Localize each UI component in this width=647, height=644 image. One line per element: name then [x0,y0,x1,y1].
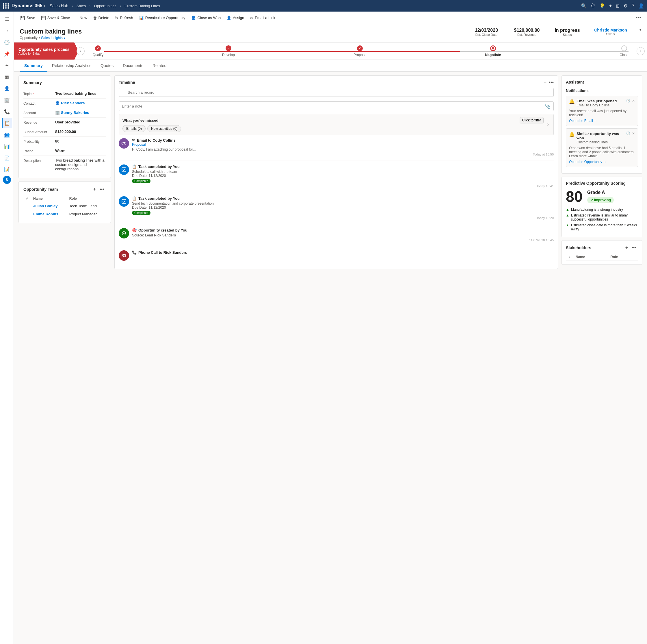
field-revenue: Revenue User provided [23,118,106,127]
team-more-button[interactable]: ••• [98,186,106,193]
record-title: Custom baking lines [20,28,82,35]
sidebar-notes[interactable]: 📝 [2,164,12,175]
sidebar-reports[interactable]: 📊 [2,141,12,151]
sidebar-opportunities[interactable]: 📋 [2,118,12,128]
save-close-button[interactable]: 💾 Save & Close [38,14,73,22]
notif-time-icon-1[interactable]: 🕐 [626,99,630,103]
sidebar-home[interactable]: ⌂ [2,25,12,36]
member-name-1[interactable]: Emma Robins [31,210,67,218]
open-email-link[interactable]: Open the Email → [569,119,635,123]
owner-expand-icon[interactable]: ▾ [640,28,641,37]
nav-module[interactable]: Sales Hub [50,3,68,8]
notif-body-2: Other won deal have had 5 emails, 1 meet… [569,146,635,158]
note-input[interactable] [119,102,542,111]
stage-propose[interactable]: ✓ Propose [354,45,367,57]
sidebar-dashboard[interactable]: ▦ [2,72,12,82]
save-button[interactable]: 💾 Save [17,14,38,22]
timeline-item-task1: 📋 Task completed by You Schedule a call … [119,165,554,192]
tl-title-opp: Opportunity created by You [138,228,188,233]
tab-related[interactable]: Related [148,60,171,72]
stage-next-button[interactable]: › [637,47,645,55]
notif-time-icon-2[interactable]: 🕐 [626,132,630,135]
stage-qualify[interactable]: ✓ Qualify [93,45,103,57]
brand-name[interactable]: Dynamics 365 ▾ [11,3,45,8]
sidebar-docs[interactable]: 📄 [2,152,12,163]
stage-negotiate[interactable]: Negotiate [485,45,501,57]
more-commands-button[interactable]: ••• [633,13,644,22]
notif-bell-icon-2: 🔔 [569,132,575,137]
sidebar-accounts[interactable]: 🏢 [2,95,12,105]
lightbulb-icon[interactable]: 💡 [599,3,605,9]
sidebar-user-avatar[interactable]: S [3,176,11,184]
activities-chip[interactable]: New activities (0) [147,125,181,132]
tab-relationship[interactable]: Relationship Analytics [47,60,96,72]
new-icon: + [76,16,78,20]
email-link-button[interactable]: ✉ Email a Link [247,14,278,22]
stakeholders-add-button[interactable]: + [624,245,630,251]
timeline-more-button[interactable]: ••• [549,80,554,85]
sidebar-recent[interactable]: 🕐 [2,37,12,47]
assign-button[interactable]: 👤 Assign [224,14,247,22]
nav-bc-sales[interactable]: Sales [77,4,86,8]
tab-summary[interactable]: Summary [20,60,47,72]
timeline-search-wrapper: 🔍 [119,88,554,99]
open-opportunity-link[interactable]: Open the Opportunity → [569,160,635,164]
sidebar-phone[interactable]: 📞 [2,106,12,117]
stage-prev-button[interactable]: ‹ [77,47,85,55]
timeline-avatar-task1 [119,165,129,175]
contact-link[interactable]: 👤 Rick Sanders [55,101,106,105]
app-launcher[interactable] [3,3,9,9]
tab-quotes[interactable]: Quotes [96,60,118,72]
stage-close[interactable]: Close [620,45,629,57]
record-subtitle: Opportunity Sales Insights ▾ [20,36,82,40]
recent-icon[interactable]: ⏱ [591,3,595,8]
sidebar-contacts[interactable]: 👤 [2,83,12,94]
notification-similar-won: 🔔 Similar opportunity was won Custom bak… [566,128,638,167]
sidebar-ai[interactable]: ✦ [2,60,12,70]
email-tag[interactable]: Proposal [132,142,554,146]
stage-process-badge[interactable]: Opportunity sales process Active for 1 d… [14,43,74,60]
notif-close-1[interactable]: ✕ [632,99,635,103]
filter-icon[interactable]: ⊞ [616,3,620,9]
score-grade: Grade A [587,190,614,195]
timeline-search-input[interactable] [119,88,554,97]
missed-filter-button[interactable]: Click to filter [520,117,544,123]
table-row[interactable]: Julian Conley Tech Team Lead [23,202,106,210]
recalculate-button[interactable]: 📊 Recalculate Opportunity [136,14,188,22]
nav-icons-group: 🔍 ⏱ 💡 + ⊞ ⚙ ? 👤 [581,3,644,9]
timeline-avatar-task2 [119,196,129,207]
notif-close-2[interactable]: ✕ [632,132,635,136]
help-icon[interactable]: ? [632,3,634,8]
search-icon[interactable]: 🔍 [581,3,587,9]
stakeholders-more-button[interactable]: ••• [630,245,638,251]
delete-button[interactable]: 🗑 Delete [90,14,113,22]
sidebar-pinned[interactable]: 📌 [2,49,12,59]
close-won-button[interactable]: 👤 Close as Won [188,14,224,22]
plus-icon[interactable]: + [609,3,612,8]
indicator-arrow-0: ▲ [566,207,569,211]
timeline-add-button[interactable]: + [544,80,547,85]
sidebar-people[interactable]: 👥 [2,129,12,140]
settings-icon[interactable]: ⚙ [624,3,628,9]
nav-bc-record[interactable]: Custom Baking Lines [125,4,160,8]
tab-documents[interactable]: Documents [118,60,148,72]
refresh-button[interactable]: ↻ Refresh [112,14,136,22]
team-add-button[interactable]: + [91,186,98,193]
table-row[interactable]: Emma Robins Project Manager [23,210,106,218]
account-link[interactable]: 🏢 Sunny Bakeries [55,111,106,115]
user-icon[interactable]: 👤 [638,3,644,9]
member-name-0[interactable]: Julian Conley [31,202,67,210]
timeline-actions: + ••• [544,80,554,85]
stage-develop[interactable]: ✓ Develop [222,45,235,57]
stages-list: ✓ Qualify ✓ Develop ✓ Propose Negotiate [93,45,629,57]
owner-field[interactable]: Christie Markson Owner [593,28,628,37]
missed-close-button[interactable]: ✕ [547,122,550,127]
sidebar-menu-toggle[interactable]: ☰ [2,14,12,24]
attachment-icon[interactable]: 📎 [542,102,554,111]
new-button[interactable]: + New [73,14,90,22]
member-role-0: Tech Team Lead [67,202,106,210]
assistant-card: Assistant Notifications 🔔 Email was just… [562,75,642,174]
emails-chip[interactable]: Emails (0) [123,125,146,132]
contact-person-icon: 👤 [55,101,60,105]
nav-bc-opportunities[interactable]: Opportunities [94,4,117,8]
